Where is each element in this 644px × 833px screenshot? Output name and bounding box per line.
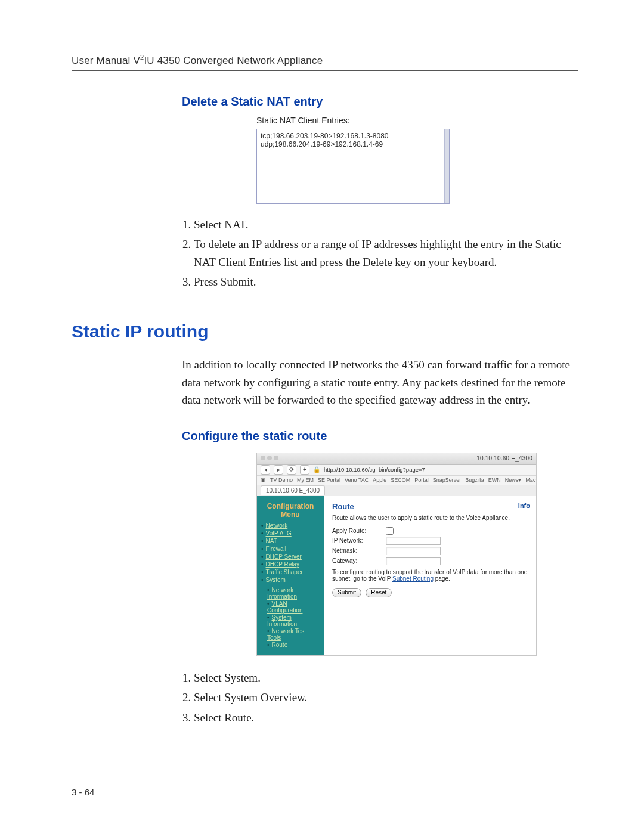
step-2: To delete an IP address or a range of IP…: [194, 234, 578, 272]
bm-10[interactable]: News▾: [505, 477, 522, 483]
nav-net-info[interactable]: Network Information: [267, 587, 297, 600]
forward-button[interactable]: ▸: [274, 465, 283, 475]
nav-voip-alg[interactable]: VoIP ALG: [266, 530, 292, 537]
sidebar-title-2: Menu: [261, 510, 320, 519]
nat-client-entries-figure: Static NAT Client Entries: tcp;198.66.20…: [256, 116, 578, 204]
address-bar[interactable]: http://10.10.10.60/cgi-bin/config?page=7: [324, 466, 532, 473]
nav-net-test[interactable]: Network Test Tools: [267, 628, 306, 641]
header-suffix: IU 4350 Converged Network Appliance: [144, 55, 323, 66]
cfg-step-3: Select Route.: [194, 708, 578, 727]
back-button[interactable]: ◂: [261, 465, 270, 475]
subnet-routing-link[interactable]: Subnet Routing: [392, 575, 434, 582]
netmask-label: Netmask:: [332, 547, 386, 554]
submit-button[interactable]: Submit: [332, 588, 361, 597]
delete-nat-steps: Select NAT. To delete an IP address or a…: [194, 215, 578, 292]
gateway-label: Gateway:: [332, 558, 386, 564]
static-ip-intro: In addition to locally connected IP netw…: [182, 356, 578, 408]
lock-icon: 🔒: [313, 466, 320, 473]
bookmarks-icon: ▣: [261, 477, 266, 483]
route-note: To configure routing to support the tran…: [332, 569, 530, 582]
nav-firewall[interactable]: Firewall: [266, 546, 286, 552]
static-ip-routing-heading: Static IP routing: [72, 321, 578, 342]
bm-5[interactable]: SECOM: [391, 477, 410, 483]
apply-route-label: Apply Route:: [332, 528, 386, 534]
reset-button[interactable]: Reset: [366, 588, 392, 597]
nav-nat[interactable]: NAT: [266, 538, 277, 544]
page-header: User Manual V2IU 4350 Converged Network …: [72, 54, 578, 71]
bm-9[interactable]: EWN: [488, 477, 501, 483]
note-b: page.: [434, 575, 450, 582]
info-link[interactable]: Info: [518, 502, 530, 511]
route-heading: Route: [332, 502, 354, 511]
page-number: 3 - 64: [72, 787, 94, 797]
step-3: Press Submit.: [194, 272, 578, 292]
configure-route-heading: Configure the static route: [182, 429, 578, 443]
step-1: Select NAT.: [194, 215, 578, 234]
nat-entries-label: Static NAT Client Entries:: [256, 116, 578, 125]
nav-dhcp-relay[interactable]: DHCP Relay: [266, 561, 300, 568]
window-title: 10.10.10.60 E_4300: [476, 455, 532, 462]
sidebar-title-1: Configuration: [261, 502, 320, 510]
bm-6[interactable]: Portal: [414, 477, 429, 483]
nav-dhcp-server[interactable]: DHCP Server: [266, 553, 302, 560]
apply-route-checkbox[interactable]: [386, 527, 394, 535]
ip-network-label: IP Network:: [332, 537, 386, 544]
nav-system[interactable]: System: [266, 577, 286, 583]
browser-tab[interactable]: 10.10.10.60 E_4300: [261, 485, 325, 495]
add-button[interactable]: +: [300, 465, 309, 475]
gateway-input[interactable]: [386, 557, 441, 565]
bm-0[interactable]: TV Demo: [270, 477, 293, 483]
bm-8[interactable]: Bugzilla: [465, 477, 484, 483]
bookmarks-bar[interactable]: ▣ TV Demo My EM SE Portal Verio TAC Appl…: [257, 476, 536, 485]
reload-button[interactable]: ⟳: [287, 465, 296, 475]
bm-3[interactable]: Verio TAC: [345, 477, 369, 483]
route-screenshot: 10.10.10.60 E_4300 ◂ ▸ ⟳ + 🔒 http://10.1…: [256, 453, 537, 656]
nav-network[interactable]: Network: [266, 522, 288, 529]
delete-nat-heading: Delete a Static NAT entry: [182, 95, 578, 109]
cfg-step-1: Select System.: [194, 668, 578, 688]
nav-route[interactable]: Route: [272, 642, 288, 648]
config-sidebar: Configuration Menu Network VoIP ALG NAT …: [257, 496, 324, 655]
nav-traffic-shaper[interactable]: Traffic Shaper: [266, 569, 303, 575]
route-pane: Route Info Route allows the user to appl…: [324, 496, 536, 655]
bm-4[interactable]: Apple: [373, 477, 386, 483]
window-controls[interactable]: [261, 455, 280, 462]
route-desc: Route allows the user to apply a static …: [332, 515, 530, 521]
bm-11[interactable]: Mac N: [525, 477, 536, 483]
nav-vlan-config[interactable]: VLAN Configuration: [267, 600, 302, 614]
header-prefix: User Manual V: [72, 55, 140, 66]
bm-1[interactable]: My EM: [297, 477, 314, 483]
bm-2[interactable]: SE Portal: [318, 477, 340, 483]
nav-sys-info[interactable]: System Information: [267, 614, 297, 627]
nat-entries-listbox[interactable]: tcp;198.66.203.19-80>192.168.1.3-8080 ud…: [256, 129, 450, 204]
netmask-input[interactable]: [386, 547, 441, 555]
bm-7[interactable]: SnapServer: [433, 477, 462, 483]
configure-route-steps: Select System. Select System Overview. S…: [194, 668, 578, 727]
cfg-step-2: Select System Overview.: [194, 688, 578, 707]
ip-network-input[interactable]: [386, 537, 441, 545]
